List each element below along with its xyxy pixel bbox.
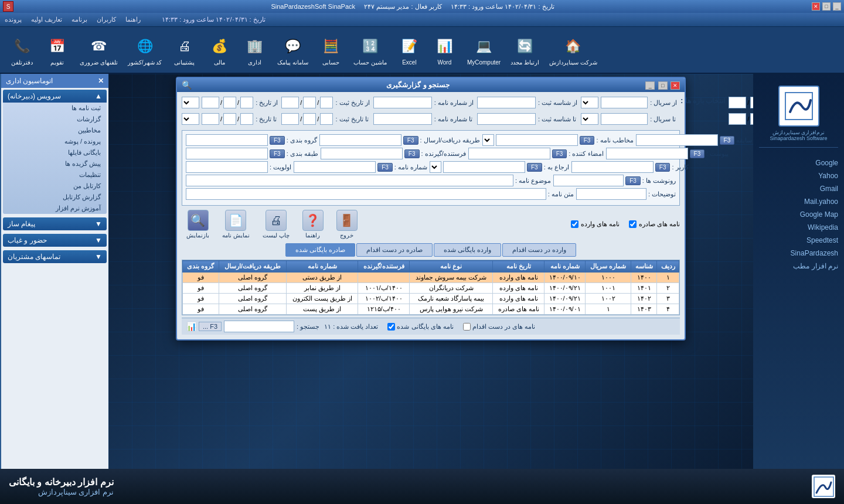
letter-num-from-input[interactable] (373, 97, 432, 108)
panel-kartabl[interactable]: کارتابل من (3, 181, 107, 192)
minimize-btn[interactable]: _ (833, 2, 841, 11)
text-input[interactable] (186, 188, 546, 200)
ronveesht-f3-btn[interactable]: F3 (625, 176, 641, 185)
toolbar-word[interactable]: 📝 Excel (393, 32, 426, 68)
modal-close-btn[interactable]: ✕ (671, 81, 680, 90)
incoming-checkbox[interactable] (571, 220, 578, 228)
ref-to-select[interactable] (430, 161, 441, 173)
print-list-btn[interactable]: 🖨 چاپ لیست (258, 208, 294, 240)
reg-date-from-month[interactable] (303, 97, 316, 108)
sidebar-sinapardazesh[interactable]: SinaPardazesh (759, 247, 838, 260)
menu-barnama[interactable]: برنامه (72, 16, 87, 23)
letter-number-input[interactable] (294, 161, 376, 173)
panel-pish-gazide[interactable]: پیش گزیده ها (3, 158, 107, 169)
date-right-to-month[interactable] (750, 113, 753, 125)
toolbar-phone-emergency[interactable]: ☎ تلفنهای ضروری (76, 32, 121, 68)
subject-input[interactable] (186, 175, 513, 186)
ref-to-input[interactable] (443, 161, 525, 173)
toolbar-poshtiabni[interactable]: 🖨 پشتیبانی (168, 32, 200, 68)
f3-status[interactable]: F3 ... (199, 322, 222, 331)
panel-kartabl-report[interactable]: گزارش کارتابل (3, 192, 107, 203)
attendance-header[interactable]: ▼ حضور و غیاب (3, 234, 107, 247)
sender-receiver-input[interactable] (321, 148, 403, 159)
toolbar-company[interactable]: 🏠 شرکت سیناپردازش (546, 32, 601, 68)
signatory-input[interactable] (468, 148, 550, 159)
recipient-select[interactable] (482, 134, 494, 146)
sidebar-googlemap[interactable]: Google Map (759, 208, 838, 221)
date-from-day[interactable] (240, 97, 253, 108)
attachment-input[interactable] (606, 148, 688, 159)
priority-input[interactable] (186, 161, 268, 173)
table-row[interactable]: ۳ ۱۴۰۲ ۱۰۰۲ ۱۴۰۰/۰۹/۲۱ نامه های وارده بی… (183, 294, 679, 304)
panel-tanzim[interactable]: تنظیمات (3, 169, 107, 181)
action-status-cb[interactable] (463, 323, 471, 331)
previous-f3-btn[interactable]: F3 (720, 136, 735, 145)
serial-from-input[interactable] (601, 97, 648, 108)
tab-sadere-archive[interactable]: صادره بایگانی شده (285, 243, 355, 257)
user-f3-btn[interactable]: F3 (655, 163, 671, 172)
tab-varede-archive[interactable]: وارده بایگانی شده (434, 243, 501, 257)
results-table-container[interactable]: ردیف شناسه شماره سریال شماره نامه تاریخ … (182, 260, 680, 315)
date-to-day[interactable] (240, 113, 253, 125)
date-to-year[interactable] (202, 113, 219, 125)
toolbar-edari[interactable]: 🏢 اداری (239, 32, 271, 68)
sidebar-google[interactable]: Google (759, 156, 838, 169)
previous-input[interactable] (636, 134, 718, 146)
letter-number-f3-btn[interactable]: F3 (377, 163, 393, 172)
reg-date-to-year[interactable] (281, 113, 299, 125)
ronveesht-input[interactable] (553, 175, 624, 186)
close-panel-btn[interactable]: ✕ (98, 77, 104, 85)
table-row[interactable]: ۴ ۱۴۰۳ ۱ ۱۴۰۰/۰۹/۰۱ نامه های صادره شرکت … (183, 304, 679, 315)
menu-parvande[interactable]: پرونده (5, 16, 22, 23)
close-btn[interactable]: ✕ (812, 2, 820, 11)
receive-send-input[interactable] (319, 134, 401, 146)
reg-date-from-year[interactable] (281, 97, 299, 108)
date-right-from-month[interactable] (750, 97, 753, 108)
modal-max-btn[interactable]: □ (658, 81, 668, 90)
panel-mokhatbin[interactable]: مخاطبین (3, 125, 107, 136)
serial-to-input[interactable] (601, 113, 648, 125)
sender-receiver-f3-btn[interactable]: F3 (404, 149, 420, 158)
title-bar-controls[interactable]: _ □ ✕ (812, 2, 841, 11)
menu-karbaran[interactable]: کاربران (97, 16, 116, 23)
contacts-header[interactable]: ▼ تماسهای مشتریان (3, 250, 107, 263)
group-input[interactable] (186, 134, 268, 146)
recipient-input[interactable] (496, 134, 578, 146)
toolbar-excel[interactable]: 📊 Word (428, 32, 461, 68)
table-row[interactable]: ۲ ۱۴۰۱ ۱۰۰۱ ۱۴۰۰/۰۹/۲۱ نامه های وارده شر… (183, 283, 679, 294)
toolbar-mali[interactable]: 💰 مالی (203, 32, 236, 68)
description-input[interactable] (576, 188, 646, 200)
secretariat-header[interactable]: ▲ سرویس (دبیرخانه) (3, 90, 107, 103)
toolbar-calendar[interactable]: 📅 تقویم (41, 32, 73, 68)
toolbar-reconnect[interactable]: 🔄 ارتباط مجدد (507, 32, 543, 68)
id-to-input[interactable] (477, 113, 536, 125)
date-to-select[interactable] (182, 113, 199, 125)
sidebar-speedtest[interactable]: Speedtest (759, 234, 838, 247)
reg-date-from-day[interactable] (320, 97, 333, 108)
attachment-f3-btn[interactable]: F3 (690, 149, 705, 158)
panel-archive-file[interactable]: بایگانی فایلها (3, 147, 107, 158)
toolbar-payamak[interactable]: 💬 سامانه پیامک (274, 32, 312, 68)
sidebar-gmail[interactable]: Gmail (759, 182, 838, 195)
search-input[interactable] (224, 321, 294, 332)
reg-date-to-day[interactable] (320, 113, 333, 125)
table-row[interactable]: ۱ ۱۴۰۰ ۱۰۰۰ ۱۴۰۰/۰۹/۱۰ نامه های وارده شر… (183, 273, 679, 283)
recipient-f3-btn[interactable]: F3 (580, 136, 595, 145)
panel-training[interactable]: آموزش نرم افزار (3, 203, 107, 214)
date-right-from-year[interactable] (729, 97, 746, 108)
exit-btn[interactable]: 🚪 خروج (332, 208, 362, 240)
refresh-btn[interactable]: 🔍 بازنمایش (182, 208, 214, 240)
show-letter-btn[interactable]: 📄 نمایش نامه (217, 208, 254, 240)
serial-from-select[interactable] (581, 97, 598, 108)
sidebar-yahoo[interactable]: Yahoo (759, 169, 838, 182)
toolbar-machine-hesab[interactable]: 🔢 ماشین حساب (350, 32, 390, 68)
reg-date-to-month[interactable] (303, 113, 316, 125)
panel-parvande[interactable]: پرونده / پوشه (3, 136, 107, 147)
menu-rahnama[interactable]: راهنما (125, 16, 141, 23)
sidebar-wikipedia[interactable]: Wikipedia (759, 221, 838, 234)
date-right-to-year[interactable] (729, 113, 746, 125)
receive-send-f3-btn[interactable]: F3 (403, 136, 418, 145)
classification-input[interactable] (186, 148, 268, 159)
outgoing-checkbox[interactable] (629, 220, 637, 228)
classification-f3-btn[interactable]: F3 (270, 149, 285, 158)
